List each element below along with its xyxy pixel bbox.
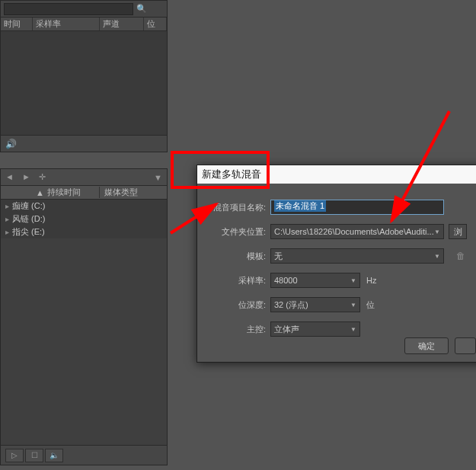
header-time[interactable]: 时间 (1, 18, 33, 30)
chevron-down-icon: ▼ (434, 229, 440, 235)
sort-asc-icon: ▲ (36, 188, 44, 197)
files-body (1, 31, 167, 138)
mute-button[interactable]: 🔈 (45, 449, 63, 462)
label-master: 主控: (208, 324, 270, 335)
media-browser-panel: ◄ ► ✛ ▼ ▲ 持续时间 媒体类型 ▸ 痂缠 (C:) ▸ 风链 (D:) (0, 168, 168, 465)
header-media-type[interactable]: 媒体类型 (100, 187, 167, 198)
speaker-icon[interactable]: 🔊 (5, 139, 17, 149)
folder-select[interactable]: C:\Users\18226\Documents\Adobe\Auditi...… (270, 224, 444, 239)
play-button[interactable]: ▷ (5, 449, 24, 462)
label-sample-rate: 采样率: (208, 275, 270, 286)
drive-icon: ▸ (5, 202, 9, 210)
label-template: 模板: (208, 251, 270, 262)
open-button[interactable]: ☐ (25, 449, 43, 462)
unit-bits: 位 (366, 299, 375, 311)
header-channels[interactable]: 声道 (100, 18, 144, 30)
unit-hz: Hz (366, 276, 376, 285)
bit-depth-select[interactable]: 32 (浮点) ▼ (270, 297, 360, 312)
filter-icon[interactable]: ▼ (154, 173, 162, 182)
nav-back-icon[interactable]: ◄ (5, 172, 14, 181)
template-select[interactable]: 无 ▼ (270, 248, 444, 264)
chevron-down-icon: ▼ (434, 253, 440, 260)
label-bit-depth: 位深度: (208, 299, 270, 311)
drive-list: ▸ 痂缠 (C:) ▸ 风链 (D:) ▸ 指尖 (E:) (1, 200, 167, 238)
search-input[interactable] (4, 3, 133, 15)
secondary-button[interactable] (455, 337, 476, 354)
nav-forward-icon[interactable]: ► (22, 172, 30, 181)
drive-icon: ▸ (5, 215, 9, 223)
add-icon[interactable]: ✛ (39, 172, 46, 181)
mix-name-input[interactable]: 未命名混音 1 (270, 200, 444, 215)
drive-icon: ▸ (5, 228, 9, 236)
new-multitrack-dialog: 新建多轨混音 混音项目名称: 未命名混音 1 文件夹位置: C:\Users\1… (196, 165, 476, 363)
ok-button[interactable]: 确定 (404, 337, 449, 354)
sample-rate-select[interactable]: 48000 ▼ (270, 273, 360, 288)
label-folder: 文件夹位置: (208, 226, 270, 238)
trash-icon[interactable]: 🗑 (456, 251, 465, 261)
chevron-down-icon: ▼ (350, 302, 356, 309)
header-rate[interactable]: 采样率 (33, 18, 100, 30)
chevron-down-icon: ▼ (350, 277, 356, 284)
files-headers: 时间 采样率 声道 位 (1, 18, 167, 31)
header-bits[interactable]: 位 (144, 18, 167, 30)
header-duration[interactable]: ▲ 持续时间 (1, 187, 100, 198)
chevron-down-icon: ▼ (350, 326, 356, 333)
label-mix-name: 混音项目名称: (208, 202, 270, 213)
files-panel: 🔍 时间 采样率 声道 位 🔊 (0, 0, 168, 152)
list-item[interactable]: ▸ 风链 (D:) (1, 213, 167, 225)
list-item[interactable]: ▸ 指尖 (E:) (1, 225, 167, 238)
dialog-title: 新建多轨混音 (197, 165, 476, 184)
master-select[interactable]: 立体声 ▼ (270, 321, 360, 337)
list-item[interactable]: ▸ 痂缠 (C:) (1, 200, 167, 213)
search-icon[interactable]: 🔍 (136, 4, 147, 14)
browse-button[interactable]: 浏 (449, 224, 467, 239)
